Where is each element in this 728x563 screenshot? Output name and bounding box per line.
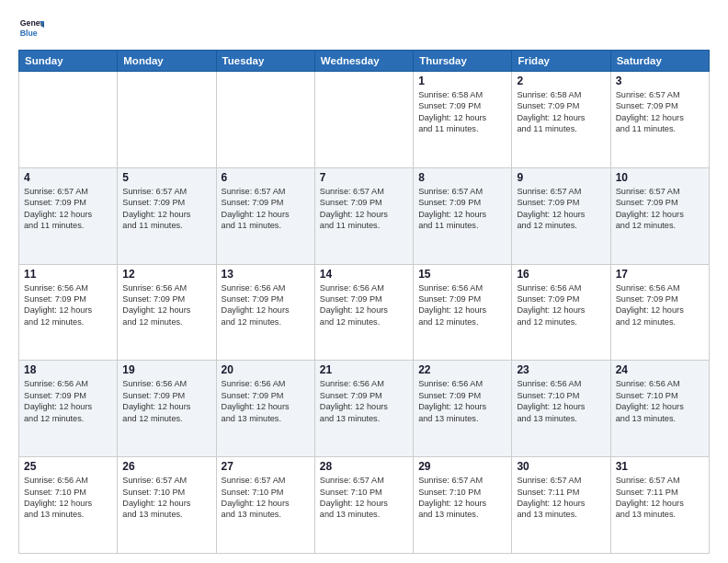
day-cell: 29Sunrise: 6:57 AM Sunset: 7:10 PM Dayli… — [414, 457, 512, 554]
calendar-table: SundayMondayTuesdayWednesdayThursdayFrid… — [18, 50, 710, 554]
header: General Blue — [18, 15, 710, 40]
day-cell: 9Sunrise: 6:57 AM Sunset: 7:09 PM Daylig… — [512, 167, 610, 264]
day-number: 23 — [517, 363, 605, 376]
day-cell: 7Sunrise: 6:57 AM Sunset: 7:09 PM Daylig… — [314, 167, 413, 264]
day-info: Sunrise: 6:56 AM Sunset: 7:09 PM Dayligh… — [222, 378, 310, 424]
day-info: Sunrise: 6:56 AM Sunset: 7:09 PM Dayligh… — [418, 282, 506, 328]
day-cell: 22Sunrise: 6:56 AM Sunset: 7:09 PM Dayli… — [414, 361, 512, 457]
weekday-header-wednesday: Wednesday — [314, 51, 413, 72]
day-number: 24 — [616, 363, 704, 376]
day-cell: 2Sunrise: 6:58 AM Sunset: 7:09 PM Daylig… — [512, 72, 610, 168]
day-number: 30 — [517, 460, 605, 473]
day-cell: 8Sunrise: 6:57 AM Sunset: 7:09 PM Daylig… — [414, 167, 512, 264]
day-number: 1 — [418, 75, 506, 87]
day-number: 13 — [222, 268, 310, 281]
day-number: 11 — [24, 268, 112, 281]
day-number: 17 — [616, 268, 704, 281]
week-row-1: 4Sunrise: 6:57 AM Sunset: 7:09 PM Daylig… — [19, 167, 710, 264]
day-number: 27 — [222, 460, 310, 473]
day-number: 25 — [24, 460, 112, 473]
day-cell: 25Sunrise: 6:56 AM Sunset: 7:10 PM Dayli… — [19, 457, 118, 554]
week-row-3: 18Sunrise: 6:56 AM Sunset: 7:09 PM Dayli… — [19, 361, 710, 457]
day-info: Sunrise: 6:58 AM Sunset: 7:09 PM Dayligh… — [517, 89, 605, 135]
day-number: 22 — [418, 363, 506, 376]
day-cell: 15Sunrise: 6:56 AM Sunset: 7:09 PM Dayli… — [414, 264, 512, 361]
day-number: 31 — [616, 460, 704, 473]
weekday-header-monday: Monday — [118, 51, 216, 72]
day-cell: 10Sunrise: 6:57 AM Sunset: 7:09 PM Dayli… — [610, 167, 709, 264]
day-cell: 24Sunrise: 6:56 AM Sunset: 7:10 PM Dayli… — [610, 361, 709, 457]
day-number: 15 — [418, 268, 506, 281]
logo-icon: General Blue — [18, 15, 44, 40]
day-number: 10 — [616, 171, 704, 184]
day-number: 18 — [24, 363, 112, 376]
day-info: Sunrise: 6:58 AM Sunset: 7:09 PM Dayligh… — [418, 89, 506, 135]
day-info: Sunrise: 6:57 AM Sunset: 7:10 PM Dayligh… — [418, 475, 506, 521]
day-cell: 18Sunrise: 6:56 AM Sunset: 7:09 PM Dayli… — [19, 361, 118, 457]
day-cell: 20Sunrise: 6:56 AM Sunset: 7:09 PM Dayli… — [216, 361, 314, 457]
weekday-header-thursday: Thursday — [414, 51, 512, 72]
day-info: Sunrise: 6:56 AM Sunset: 7:09 PM Dayligh… — [320, 282, 408, 328]
day-cell — [19, 72, 118, 168]
day-info: Sunrise: 6:57 AM Sunset: 7:09 PM Dayligh… — [616, 89, 704, 135]
day-number: 29 — [418, 460, 506, 473]
day-number: 9 — [517, 171, 605, 184]
day-info: Sunrise: 6:57 AM Sunset: 7:10 PM Dayligh… — [320, 475, 408, 521]
day-cell: 26Sunrise: 6:57 AM Sunset: 7:10 PM Dayli… — [118, 457, 216, 554]
day-number: 4 — [24, 171, 112, 184]
day-cell: 3Sunrise: 6:57 AM Sunset: 7:09 PM Daylig… — [610, 72, 709, 168]
day-cell: 6Sunrise: 6:57 AM Sunset: 7:09 PM Daylig… — [216, 167, 314, 264]
logo: General Blue — [18, 15, 48, 40]
day-cell: 14Sunrise: 6:56 AM Sunset: 7:09 PM Dayli… — [314, 264, 413, 361]
day-cell: 12Sunrise: 6:56 AM Sunset: 7:09 PM Dayli… — [118, 264, 216, 361]
day-cell: 16Sunrise: 6:56 AM Sunset: 7:09 PM Dayli… — [512, 264, 610, 361]
day-info: Sunrise: 6:57 AM Sunset: 7:09 PM Dayligh… — [418, 186, 506, 232]
weekday-header-saturday: Saturday — [610, 51, 709, 72]
svg-text:Blue: Blue — [20, 29, 38, 38]
weekday-header-sunday: Sunday — [19, 51, 118, 72]
day-info: Sunrise: 6:57 AM Sunset: 7:09 PM Dayligh… — [222, 186, 310, 232]
day-info: Sunrise: 6:57 AM Sunset: 7:09 PM Dayligh… — [24, 186, 112, 232]
day-cell: 11Sunrise: 6:56 AM Sunset: 7:09 PM Dayli… — [19, 264, 118, 361]
day-info: Sunrise: 6:56 AM Sunset: 7:09 PM Dayligh… — [616, 282, 704, 328]
day-info: Sunrise: 6:56 AM Sunset: 7:09 PM Dayligh… — [24, 378, 112, 424]
day-cell: 23Sunrise: 6:56 AM Sunset: 7:10 PM Dayli… — [512, 361, 610, 457]
day-info: Sunrise: 6:56 AM Sunset: 7:10 PM Dayligh… — [616, 378, 704, 424]
svg-text:General: General — [20, 18, 44, 28]
day-cell — [118, 72, 216, 168]
day-info: Sunrise: 6:56 AM Sunset: 7:09 PM Dayligh… — [418, 378, 506, 424]
day-cell: 13Sunrise: 6:56 AM Sunset: 7:09 PM Dayli… — [216, 264, 314, 361]
day-info: Sunrise: 6:56 AM Sunset: 7:09 PM Dayligh… — [24, 282, 112, 328]
day-cell: 5Sunrise: 6:57 AM Sunset: 7:09 PM Daylig… — [118, 167, 216, 264]
weekday-header-tuesday: Tuesday — [216, 51, 314, 72]
day-info: Sunrise: 6:56 AM Sunset: 7:09 PM Dayligh… — [122, 282, 210, 328]
calendar-body: 1Sunrise: 6:58 AM Sunset: 7:09 PM Daylig… — [19, 72, 710, 554]
day-cell — [314, 72, 413, 168]
page: General Blue SundayMondayTuesdayWednesda… — [0, 0, 728, 563]
day-cell: 30Sunrise: 6:57 AM Sunset: 7:11 PM Dayli… — [512, 457, 610, 554]
day-cell: 28Sunrise: 6:57 AM Sunset: 7:10 PM Dayli… — [314, 457, 413, 554]
day-cell: 1Sunrise: 6:58 AM Sunset: 7:09 PM Daylig… — [414, 72, 512, 168]
day-info: Sunrise: 6:56 AM Sunset: 7:09 PM Dayligh… — [222, 282, 310, 328]
day-cell: 19Sunrise: 6:56 AM Sunset: 7:09 PM Dayli… — [118, 361, 216, 457]
weekday-header-friday: Friday — [512, 51, 610, 72]
day-info: Sunrise: 6:56 AM Sunset: 7:09 PM Dayligh… — [122, 378, 210, 424]
day-cell: 31Sunrise: 6:57 AM Sunset: 7:11 PM Dayli… — [610, 457, 709, 554]
day-cell: 4Sunrise: 6:57 AM Sunset: 7:09 PM Daylig… — [19, 167, 118, 264]
day-info: Sunrise: 6:56 AM Sunset: 7:09 PM Dayligh… — [517, 282, 605, 328]
week-row-0: 1Sunrise: 6:58 AM Sunset: 7:09 PM Daylig… — [19, 72, 710, 168]
day-number: 6 — [222, 171, 310, 184]
day-number: 16 — [517, 268, 605, 281]
day-info: Sunrise: 6:57 AM Sunset: 7:09 PM Dayligh… — [320, 186, 408, 232]
day-number: 8 — [418, 171, 506, 184]
day-number: 7 — [320, 171, 408, 184]
day-number: 28 — [320, 460, 408, 473]
day-number: 20 — [222, 363, 310, 376]
day-cell: 27Sunrise: 6:57 AM Sunset: 7:10 PM Dayli… — [216, 457, 314, 554]
day-number: 12 — [122, 268, 210, 281]
day-info: Sunrise: 6:56 AM Sunset: 7:10 PM Dayligh… — [24, 475, 112, 521]
day-number: 21 — [320, 363, 408, 376]
day-info: Sunrise: 6:57 AM Sunset: 7:09 PM Dayligh… — [122, 186, 210, 232]
week-row-2: 11Sunrise: 6:56 AM Sunset: 7:09 PM Dayli… — [19, 264, 710, 361]
header-row: SundayMondayTuesdayWednesdayThursdayFrid… — [19, 51, 710, 72]
